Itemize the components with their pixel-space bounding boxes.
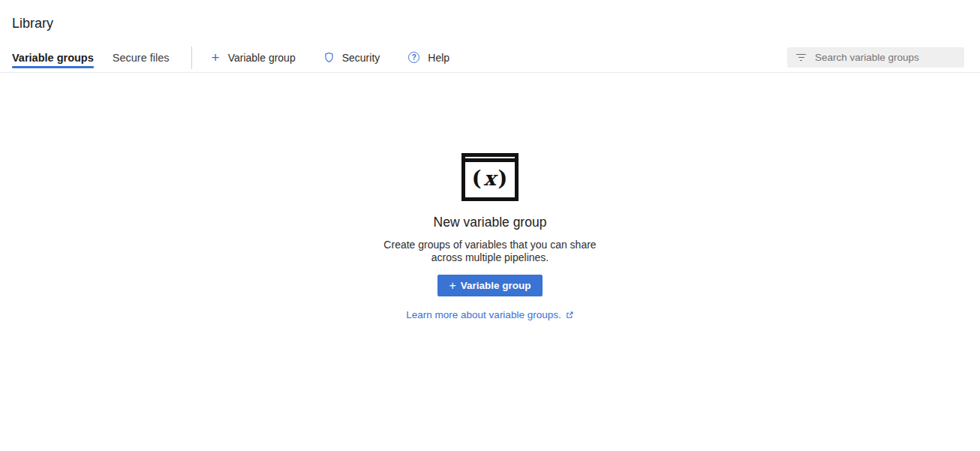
help-label: Help xyxy=(428,52,449,64)
plus-icon: + xyxy=(449,281,455,290)
tab-secure-files[interactable]: Secure files xyxy=(113,43,170,72)
create-variable-group-button-label: Variable group xyxy=(461,280,531,291)
help-icon-glyph: ? xyxy=(412,54,416,62)
tab-variable-groups-label: Variable groups xyxy=(12,52,94,64)
active-tab-underline xyxy=(12,66,94,68)
help-icon: ? xyxy=(408,52,419,63)
description-line-2: across multiple pipelines. xyxy=(431,251,549,263)
filter-icon xyxy=(796,54,806,62)
glyph-open-paren: ( xyxy=(472,168,482,188)
tab-variable-groups[interactable]: Variable groups xyxy=(12,43,94,72)
learn-more-link-label: Learn more about variable groups. xyxy=(406,309,561,320)
toolbar-divider xyxy=(191,47,192,69)
tab-toolbar-row: Variable groups Secure files + Variable … xyxy=(0,43,980,73)
security-button[interactable]: Security xyxy=(324,52,380,64)
empty-state-description: Create groups of variables that you can … xyxy=(0,239,980,264)
plus-icon: + xyxy=(212,53,220,63)
search-input[interactable] xyxy=(815,52,958,63)
variable-group-icon-titlebar xyxy=(465,157,515,162)
security-label: Security xyxy=(342,52,380,64)
create-variable-group-button[interactable]: + Variable group xyxy=(437,275,542,296)
page-title: Library xyxy=(12,15,980,32)
search-box[interactable] xyxy=(787,47,964,68)
empty-state-title: New variable group xyxy=(0,215,980,230)
glyph-x: x xyxy=(482,168,498,188)
add-variable-group-toolbar-label: Variable group xyxy=(228,52,296,64)
toolbar: + Variable group Security ? Help xyxy=(212,52,450,64)
empty-state: ( x ) New variable group Create groups o… xyxy=(0,153,980,321)
variable-group-icon-glyph: ( x ) xyxy=(465,162,515,194)
variable-group-icon: ( x ) xyxy=(461,153,519,201)
page-header: Library xyxy=(0,0,980,32)
glyph-close-paren: ) xyxy=(498,168,509,188)
tab-secure-files-label: Secure files xyxy=(113,52,170,64)
add-variable-group-toolbar-button[interactable]: + Variable group xyxy=(212,52,296,64)
description-line-1: Create groups of variables that you can … xyxy=(383,239,596,251)
external-link-icon xyxy=(565,311,574,320)
shield-icon xyxy=(324,52,334,63)
learn-more-link[interactable]: Learn more about variable groups. xyxy=(406,309,573,320)
help-button[interactable]: ? Help xyxy=(408,52,449,64)
